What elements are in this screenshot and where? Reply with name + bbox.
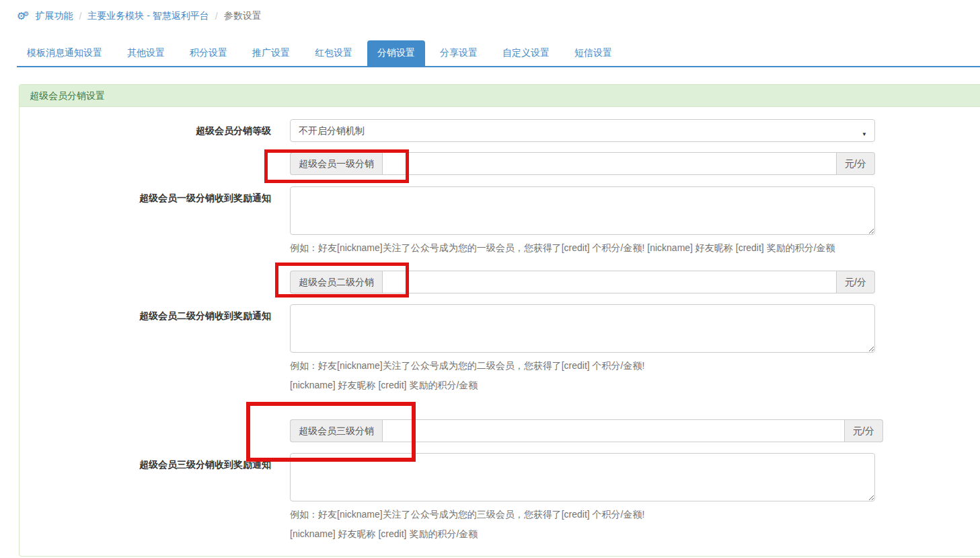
breadcrumb: ⚙⚙ 扩展功能 / 主要业务模块 - 智慧返利平台 / 参数设置 <box>0 0 980 23</box>
caret-down-icon: ▼ <box>862 129 867 141</box>
breadcrumb-link-main-module[interactable]: 主要业务模块 - 智慧返利平台 <box>87 10 209 22</box>
gears-icon: ⚙⚙ <box>17 11 29 21</box>
level1-unit-label: 元/分 <box>837 152 875 175</box>
breadcrumb-separator: / <box>79 11 81 22</box>
tab-bar: 模板消息通知设置 其他设置 积分设置 推广设置 红包设置 分销设置 分享设置 自… <box>17 40 980 67</box>
breadcrumb-link-extensions[interactable]: 扩展功能 <box>35 10 73 22</box>
level1-notice-help: 例如：好友[nickname]关注了公众号成为您的一级会员，您获得了[credi… <box>290 242 875 254</box>
panel-super-member-distribution: 超级会员分销设置 超级会员分销等级 不开启分销机制 ▼ 超级会员一级分销 元/分 <box>19 84 980 557</box>
level2-notice-textarea[interactable] <box>290 304 875 353</box>
breadcrumb-separator: / <box>215 11 218 22</box>
form-row-level1-ratio: 超级会员一级分销 元/分 <box>20 152 980 175</box>
panel-title: 超级会员分销设置 <box>20 85 980 107</box>
level2-ratio-addon-label: 超级会员二级分销 <box>290 271 382 293</box>
level1-ratio-input-group: 超级会员一级分销 元/分 <box>290 152 875 175</box>
level2-notice-help: 例如：好友[nickname]关注了公众号成为您的二级会员，您获得了[credi… <box>290 360 875 372</box>
label-distribution-level: 超级会员分销等级 <box>20 119 271 142</box>
form-row-level2-ratio: 超级会员二级分销 元/分 <box>20 271 980 293</box>
distribution-level-select[interactable]: 不开启分销机制 ▼ <box>290 119 875 142</box>
panel-body: 超级会员分销等级 不开启分销机制 ▼ 超级会员一级分销 元/分 超级会员一级分销… <box>20 107 980 556</box>
level2-unit-label: 元/分 <box>837 271 875 293</box>
level3-notice-help: 例如：好友[nickname]关注了公众号成为您的三级会员，您获得了[credi… <box>290 509 875 520</box>
form-row-level1-notice: 超级会员一级分销收到奖励通知 例如：好友[nickname]关注了公众号成为您的… <box>20 186 980 254</box>
label-spacer <box>20 152 271 175</box>
level2-ratio-input-group: 超级会员二级分销 元/分 <box>290 271 875 293</box>
tab-points-settings[interactable]: 积分设置 <box>180 40 237 66</box>
level3-notice-help: [nickname] 好友昵称 [credit] 奖励的积分/金额 <box>290 528 875 540</box>
tab-other-settings[interactable]: 其他设置 <box>117 40 175 66</box>
level2-notice-help: [nickname] 好友昵称 [credit] 奖励的积分/金额 <box>290 380 875 391</box>
level3-ratio-addon-label: 超级会员三级分销 <box>290 419 382 442</box>
tab-redpacket-settings[interactable]: 红包设置 <box>305 40 363 66</box>
gear-small-icon: ⚙ <box>23 10 29 18</box>
tab-promotion-settings[interactable]: 推广设置 <box>242 40 300 66</box>
level3-ratio-input-group: 超级会员三级分销 元/分 <box>290 419 883 442</box>
tab-share-settings[interactable]: 分享设置 <box>430 40 488 66</box>
level2-ratio-input[interactable] <box>382 271 837 293</box>
level3-unit-label: 元/分 <box>845 419 883 442</box>
tab-template-message-settings[interactable]: 模板消息通知设置 <box>17 40 112 66</box>
form-row-distribution-level: 超级会员分销等级 不开启分销机制 ▼ <box>20 119 980 142</box>
label-level1-notice: 超级会员一级分销收到奖励通知 <box>20 186 271 254</box>
form-row-level3-ratio: 超级会员三级分销 元/分 <box>20 419 980 442</box>
level1-ratio-addon-label: 超级会员一级分销 <box>290 152 382 175</box>
label-spacer <box>20 419 271 442</box>
level3-ratio-input[interactable] <box>382 419 845 442</box>
level1-notice-textarea[interactable] <box>290 186 875 235</box>
label-level3-notice: 超级会员三级分销收到奖励通知 <box>20 453 271 540</box>
level1-ratio-input[interactable] <box>382 152 837 175</box>
form-row-level2-notice: 超级会员二级分销收到奖励通知 例如：好友[nickname]关注了公众号成为您的… <box>20 304 980 391</box>
form-row-level3-notice: 超级会员三级分销收到奖励通知 例如：好友[nickname]关注了公众号成为您的… <box>20 453 980 540</box>
tab-distribution-settings[interactable]: 分销设置 <box>367 40 425 66</box>
tab-custom-settings[interactable]: 自定义设置 <box>492 40 560 66</box>
label-level2-notice: 超级会员二级分销收到奖励通知 <box>20 304 271 391</box>
label-spacer <box>20 271 271 293</box>
breadcrumb-current-page: 参数设置 <box>224 10 262 22</box>
select-selected-value: 不开启分销机制 <box>299 125 365 136</box>
tab-sms-settings[interactable]: 短信设置 <box>564 40 622 66</box>
level3-notice-textarea[interactable] <box>290 453 875 501</box>
